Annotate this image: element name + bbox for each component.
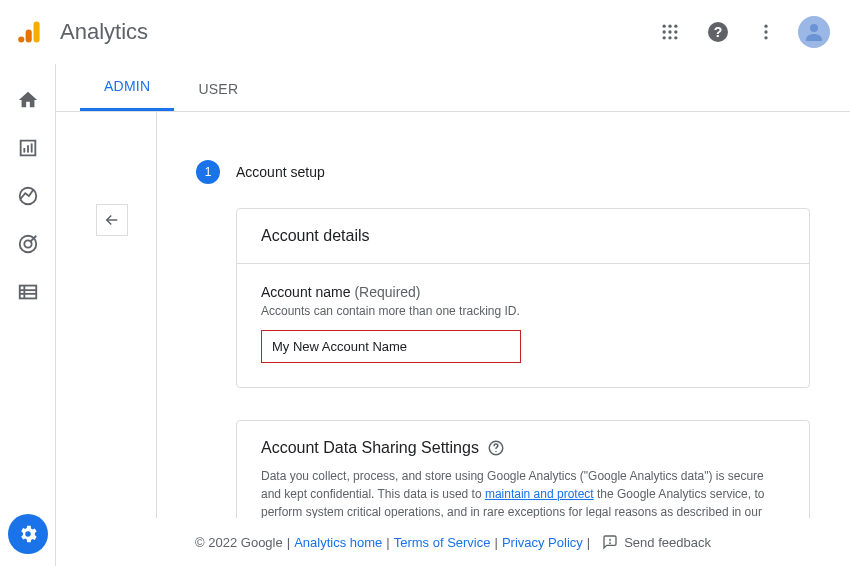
back-button[interactable] [96,204,128,236]
svg-rect-24 [19,286,36,299]
account-details-card: Account details Account name (Required) … [236,208,810,388]
svg-point-3 [663,24,666,27]
configure-icon[interactable] [8,272,48,312]
card-title: Account details [237,209,809,264]
svg-point-10 [668,36,671,39]
privacy-policy-link[interactable]: Privacy Policy [502,535,583,550]
analytics-home-link[interactable]: Analytics home [294,535,382,550]
footer: © 2022 Google | Analytics home | Terms o… [56,518,850,566]
account-name-hint: Accounts can contain more than one track… [261,304,785,318]
sharing-title: Account Data Sharing Settings [261,439,785,457]
more-icon[interactable] [746,12,786,52]
svg-rect-20 [30,143,32,152]
feedback-icon [602,534,618,550]
send-feedback-button[interactable]: Send feedback [602,534,711,550]
sharing-description: Data you collect, process, and store usi… [261,467,785,518]
left-sidebar [0,64,56,566]
svg-point-6 [663,30,666,33]
tabs-bar: ADMIN USER [56,64,850,112]
app-header: Analytics ? [0,0,850,64]
apps-icon[interactable] [650,12,690,52]
svg-rect-1 [26,29,32,42]
svg-point-8 [674,30,677,33]
svg-point-16 [764,36,767,39]
svg-point-31 [610,543,611,544]
svg-point-14 [764,24,767,27]
svg-point-2 [18,36,24,42]
svg-rect-18 [23,148,25,153]
data-sharing-card: Account Data Sharing Settings Data you c… [236,420,810,518]
explore-icon[interactable] [8,176,48,216]
step-number-badge: 1 [196,160,220,184]
maintain-protect-link[interactable]: maintain and protect [485,487,594,501]
step-header: 1 Account setup [196,160,850,184]
svg-point-17 [810,24,818,32]
tab-admin[interactable]: ADMIN [80,64,174,111]
svg-point-29 [495,451,497,453]
svg-point-11 [674,36,677,39]
app-title: Analytics [60,19,148,45]
help-icon[interactable]: ? [698,12,738,52]
svg-rect-19 [27,145,29,152]
svg-rect-0 [34,21,40,42]
analytics-logo-icon [16,18,44,46]
reports-icon[interactable] [8,128,48,168]
advertising-icon[interactable] [8,224,48,264]
home-icon[interactable] [8,80,48,120]
svg-point-9 [663,36,666,39]
account-name-input[interactable] [261,330,521,363]
svg-point-15 [764,30,767,33]
svg-text:?: ? [714,24,723,40]
tab-user[interactable]: USER [174,67,262,111]
account-avatar[interactable] [794,12,834,52]
svg-point-5 [674,24,677,27]
step-title: Account setup [236,164,325,180]
svg-point-4 [668,24,671,27]
admin-gear-icon[interactable] [8,514,48,554]
copyright: © 2022 Google [195,535,283,550]
account-name-label: Account name (Required) [261,284,785,300]
help-outline-icon[interactable] [487,439,505,457]
tos-link[interactable]: Terms of Service [394,535,491,550]
svg-point-7 [668,30,671,33]
